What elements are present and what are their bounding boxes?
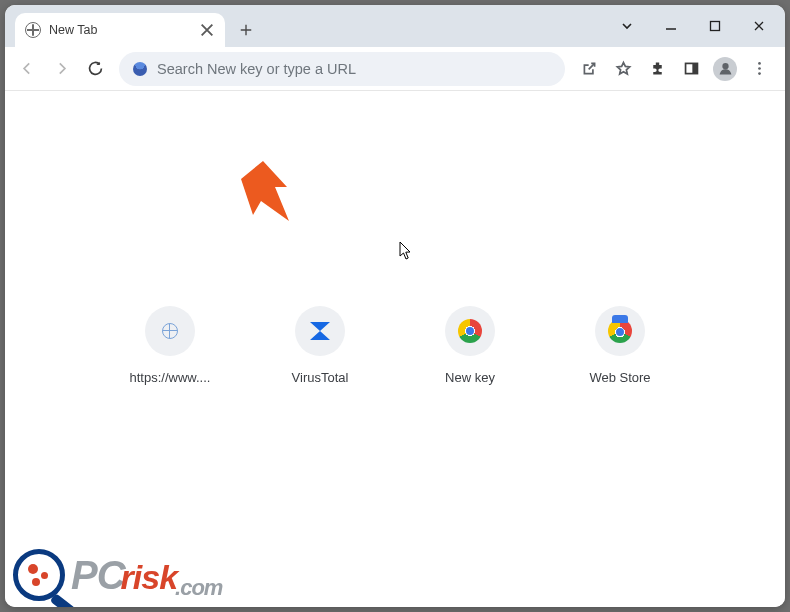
globe-icon [25, 22, 41, 38]
shortcut-item[interactable]: Web Store [575, 306, 665, 385]
new-tab-button[interactable] [231, 15, 261, 45]
webstore-icon [608, 319, 632, 343]
omnibox[interactable]: Search New key or type a URL [119, 52, 565, 86]
watermark-text: .com [175, 575, 222, 600]
shortcut-icon [145, 306, 195, 356]
watermark-text: PC [71, 553, 125, 597]
pcrisk-watermark: PCrisk.com [13, 549, 222, 601]
chrome-icon [458, 319, 482, 343]
toolbar-right [573, 53, 779, 85]
mouse-cursor-icon [399, 241, 413, 261]
browser-window: New Tab [5, 5, 785, 607]
svg-point-5 [758, 67, 761, 70]
site-icon [160, 321, 180, 341]
svg-marker-7 [241, 161, 289, 221]
new-tab-page: https://www.... VirusTotal New key [5, 91, 785, 607]
shortcut-label: VirusTotal [292, 370, 349, 385]
svg-rect-0 [711, 22, 720, 31]
shortcut-label: Web Store [589, 370, 650, 385]
avatar-icon [713, 57, 737, 81]
menu-icon[interactable] [743, 53, 775, 85]
svg-point-6 [758, 72, 761, 75]
toolbar: Search New key or type a URL [5, 47, 785, 91]
shortcut-item[interactable]: VirusTotal [275, 306, 365, 385]
tab-title: New Tab [49, 23, 191, 37]
shortcut-label: New key [445, 370, 495, 385]
omnibox-placeholder: Search New key or type a URL [157, 61, 551, 77]
shortcut-icon [595, 306, 645, 356]
shortcut-icon [295, 306, 345, 356]
shortcut-item[interactable]: https://www.... [125, 306, 215, 385]
close-tab-icon[interactable] [199, 22, 215, 38]
bookmark-icon[interactable] [607, 53, 639, 85]
magnifier-icon [13, 549, 65, 601]
reload-button[interactable] [79, 53, 111, 85]
tab-search-button[interactable] [607, 10, 647, 42]
shortcut-label: https://www.... [130, 370, 211, 385]
tab-strip: New Tab [5, 5, 785, 47]
tab-newtab[interactable]: New Tab [15, 13, 225, 47]
back-button[interactable] [11, 53, 43, 85]
shortcut-item[interactable]: New key [425, 306, 515, 385]
svg-point-4 [758, 62, 761, 65]
search-engine-icon [133, 62, 147, 76]
watermark-text: risk [121, 558, 178, 596]
share-icon[interactable] [573, 53, 605, 85]
window-minimize-button[interactable] [651, 10, 691, 42]
virustotal-icon [307, 318, 333, 344]
window-close-button[interactable] [739, 10, 779, 42]
shortcut-icon [445, 306, 495, 356]
window-maximize-button[interactable] [695, 10, 735, 42]
extensions-icon[interactable] [641, 53, 673, 85]
sidepanel-icon[interactable] [675, 53, 707, 85]
profile-avatar[interactable] [709, 53, 741, 85]
window-controls [607, 5, 779, 47]
annotation-arrow-icon [239, 161, 299, 231]
shortcuts-row: https://www.... VirusTotal New key [5, 306, 785, 385]
svg-point-3 [723, 64, 728, 69]
svg-rect-2 [692, 63, 697, 73]
forward-button[interactable] [45, 53, 77, 85]
